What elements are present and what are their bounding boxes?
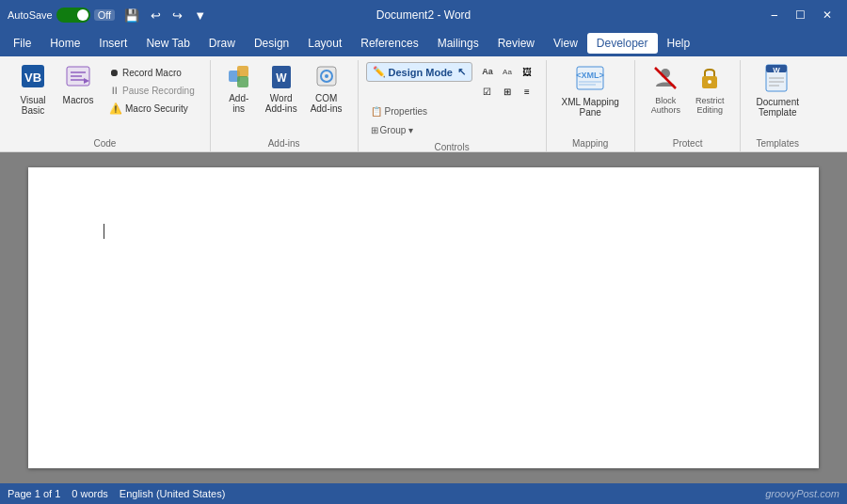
visual-basic-btn[interactable]: VB VisualBasic <box>11 60 55 119</box>
ribbon-group-templates: W DocumentTemplate Templates <box>741 60 814 151</box>
ctrl-checkbox-icon[interactable]: ☑ <box>478 82 497 101</box>
status-left: Page 1 of 1 0 words English (United Stat… <box>8 488 225 499</box>
menu-home[interactable]: Home <box>40 33 89 54</box>
xml-mapping-label: XML MappingPane <box>562 97 619 118</box>
group-btn[interactable]: ⊞ Group ▾ <box>366 122 419 138</box>
menu-references[interactable]: References <box>351 33 427 54</box>
status-bar: Page 1 of 1 0 words English (United Stat… <box>0 483 847 504</box>
code-group-label: Code <box>11 136 199 151</box>
save-icon[interactable]: 💾 <box>120 7 143 24</box>
addins-group-label: Add-ins <box>220 136 348 151</box>
word-add-ins-label: WordAdd-ins <box>265 93 297 114</box>
pause-icon: ⏸ <box>109 85 120 96</box>
add-ins-label: Add-ins <box>229 93 248 114</box>
document-page[interactable] <box>28 167 819 468</box>
controls-items: ✏️ Design Mode ↖ Aa Aa 🖼 ☑ ⊞ ≡ 📋 Propert… <box>366 60 536 140</box>
xml-mapping-icon: <XML> <box>575 63 605 95</box>
macro-stacked: ⏺ Record Macro ⏸ Pause Recording ⚠️ Macr… <box>105 60 199 118</box>
menu-design[interactable]: Design <box>245 33 298 54</box>
macros-label: Macros <box>63 95 94 105</box>
ctrl-dropdown-icon[interactable]: ≡ <box>518 82 536 101</box>
visual-basic-icon: VB <box>20 63 46 93</box>
macros-btn[interactable]: Macros <box>56 60 100 109</box>
xml-mapping-btn[interactable]: <XML> XML MappingPane <box>556 60 625 121</box>
svg-rect-8 <box>237 66 248 77</box>
undo-icon[interactable]: ↩ <box>147 7 165 24</box>
group-label: Group ▾ <box>380 125 414 135</box>
ctrl-text-icon[interactable]: Aa <box>478 62 497 81</box>
quick-save-area: 💾 ↩ ↪ ▼ <box>120 7 210 24</box>
mapping-group-label: Mapping <box>556 136 625 151</box>
ribbon-group-mapping: <XML> XML MappingPane Mapping <box>547 60 635 151</box>
watermark: groovyPost.com <box>765 488 839 499</box>
block-authors-btn[interactable]: BlockAuthors <box>645 60 687 118</box>
record-macro-btn[interactable]: ⏺ Record Macro <box>105 64 199 81</box>
menu-review[interactable]: Review <box>488 33 544 54</box>
design-mode-icon: ✏️ <box>373 66 386 78</box>
restrict-editing-btn[interactable]: RestrictEditing <box>689 60 731 118</box>
menu-newtab[interactable]: New Tab <box>136 33 199 54</box>
design-mode-btn[interactable]: ✏️ Design Mode ↖ <box>366 62 472 82</box>
autosave-area: AutoSave Off <box>8 8 115 23</box>
ribbon-group-code: VB VisualBasic Macros <box>4 60 211 151</box>
controls-icon-grid: Aa Aa 🖼 ☑ ⊞ ≡ <box>478 62 536 101</box>
record-macro-icon: ⏺ <box>109 67 120 78</box>
word-add-ins-btn[interactable]: W WordAdd-ins <box>260 60 303 118</box>
com-add-ins-label: COMAdd-ins <box>311 93 343 114</box>
cursor-icon: ↖ <box>457 66 466 78</box>
pause-recording-label: Pause Recording <box>122 86 195 96</box>
add-ins-icon <box>226 63 252 91</box>
menu-mailings[interactable]: Mailings <box>428 33 488 54</box>
ctrl-image-icon[interactable]: 🖼 <box>518 62 536 81</box>
menu-layout[interactable]: Layout <box>298 33 351 54</box>
restore-btn[interactable]: ☐ <box>788 5 813 25</box>
com-add-ins-icon <box>313 63 340 91</box>
ribbon: VB VisualBasic Macros <box>0 56 847 152</box>
ctrl-table-icon[interactable]: ⊞ <box>498 82 517 101</box>
record-macro-label: Record Macro <box>122 68 182 78</box>
autosave-label: AutoSave <box>8 9 53 21</box>
word-count: 0 words <box>72 488 108 499</box>
menu-draw[interactable]: Draw <box>200 33 245 54</box>
status-right: groovyPost.com <box>765 488 839 499</box>
templates-group-label: Templates <box>750 136 805 151</box>
minimize-btn[interactable]: ‒ <box>763 5 786 25</box>
menu-file[interactable]: File <box>4 33 40 54</box>
autosave-toggle[interactable] <box>56 8 90 23</box>
svg-text:W: W <box>773 66 780 74</box>
pause-recording-btn[interactable]: ⏸ Pause Recording <box>105 82 199 99</box>
customize-icon[interactable]: ▼ <box>190 7 210 24</box>
document-template-label: DocumentTemplate <box>756 97 799 118</box>
visual-basic-label: VisualBasic <box>20 95 45 116</box>
mapping-items: <XML> XML MappingPane <box>556 60 625 136</box>
title-bar: AutoSave Off 💾 ↩ ↪ ▼ Document2 - Word ‒ … <box>0 0 847 30</box>
macro-security-btn[interactable]: ⚠️ Macro Security <box>105 100 199 118</box>
warning-icon: ⚠️ <box>109 102 122 115</box>
restrict-editing-icon <box>695 64 724 94</box>
page-status: Page 1 of 1 <box>8 488 60 499</box>
menu-help[interactable]: Help <box>658 33 700 54</box>
macro-security-label: Macro Security <box>125 103 188 114</box>
protect-items: BlockAuthors RestrictEditing <box>645 60 731 136</box>
properties-icon: 📋 <box>371 106 382 117</box>
com-add-ins-btn[interactable]: COMAdd-ins <box>305 60 348 118</box>
svg-text:VB: VB <box>24 71 41 85</box>
close-btn[interactable]: ✕ <box>815 5 839 25</box>
language-status: English (United States) <box>120 488 226 499</box>
ctrl-text2-icon[interactable]: Aa <box>498 62 517 81</box>
svg-text:<XML>: <XML> <box>576 71 604 80</box>
redo-icon[interactable]: ↪ <box>168 7 186 24</box>
group-icon: ⊞ <box>371 125 378 135</box>
menu-developer[interactable]: Developer <box>587 33 658 54</box>
properties-btn[interactable]: 📋 Properties <box>366 103 433 119</box>
restrict-editing-label: RestrictEditing <box>695 96 725 115</box>
text-cursor <box>104 224 104 239</box>
menu-insert[interactable]: Insert <box>89 33 136 54</box>
add-ins-btn[interactable]: Add-ins <box>220 60 258 118</box>
menu-view[interactable]: View <box>544 33 587 54</box>
title-bar-left: AutoSave Off 💾 ↩ ↪ ▼ <box>8 7 210 24</box>
addins-items: Add-ins W WordAdd-ins <box>220 60 348 136</box>
document-template-btn[interactable]: W DocumentTemplate <box>750 60 805 121</box>
toggle-knob <box>77 9 88 21</box>
macros-icon <box>65 63 91 93</box>
